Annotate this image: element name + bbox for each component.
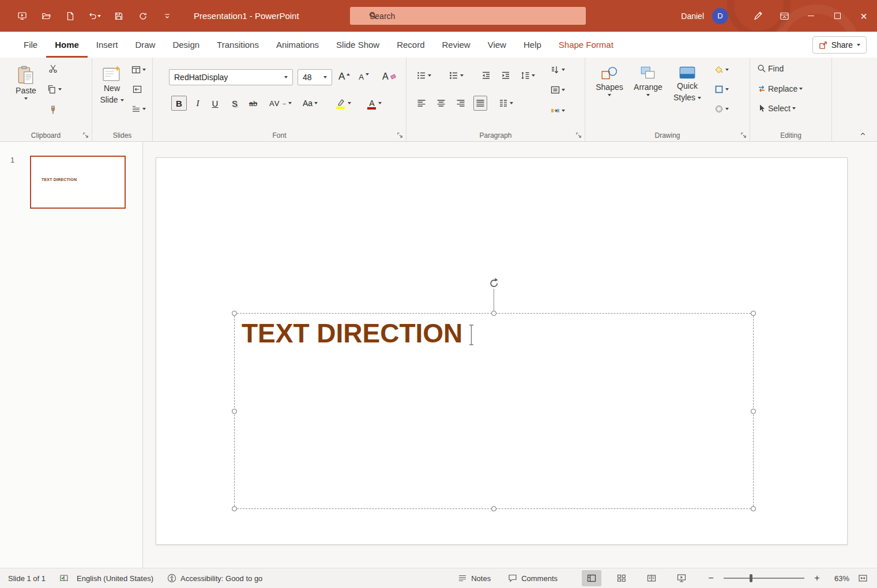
new-slide-button[interactable]: New Slide	[95, 61, 129, 126]
rotate-handle[interactable]	[488, 277, 500, 289]
clear-formatting-button[interactable]: A	[381, 69, 397, 84]
underline-button[interactable]: U	[208, 96, 222, 111]
notes-button[interactable]: Notes	[458, 574, 491, 583]
customize-quick-access-button[interactable]	[158, 5, 176, 28]
tab-review[interactable]: Review	[434, 32, 479, 58]
shape-outline-button[interactable]	[713, 82, 730, 97]
clipboard-dialog-launcher[interactable]	[81, 131, 89, 139]
comments-button[interactable]: Comments	[508, 574, 558, 583]
resize-handle-bottom-right[interactable]	[751, 506, 756, 511]
convert-to-smartart-button[interactable]	[549, 103, 566, 118]
replace-button[interactable]: Replace	[756, 81, 804, 96]
paragraph-dialog-launcher[interactable]	[574, 131, 582, 139]
resize-handle-bottom[interactable]	[491, 506, 496, 511]
accessibility-checker[interactable]: Accessibility: Good to go	[167, 574, 262, 583]
zoom-slider-thumb[interactable]	[750, 574, 752, 582]
font-size-combo[interactable]: 48	[298, 69, 332, 85]
redo-button[interactable]	[134, 5, 152, 28]
character-spacing-button[interactable]: AV↔	[268, 96, 293, 111]
increase-indent-button[interactable]	[499, 68, 513, 83]
tab-record[interactable]: Record	[388, 32, 433, 58]
highlight-color-button[interactable]	[335, 96, 352, 111]
tab-home[interactable]: Home	[46, 32, 88, 58]
slide-indicator[interactable]: Slide 1 of 1	[8, 574, 46, 583]
text-box-content[interactable]: TEXT DIRECTION	[242, 318, 462, 349]
resize-handle-top-left[interactable]	[232, 311, 237, 316]
share-button[interactable]: Share	[812, 36, 867, 54]
zoom-level[interactable]: 63%	[824, 574, 849, 583]
font-name-combo[interactable]: RedHatDisplay	[169, 69, 293, 85]
user-name[interactable]: Daniel	[681, 12, 704, 21]
search-input[interactable]	[370, 12, 543, 21]
justify-button[interactable]	[473, 96, 487, 111]
decrease-indent-button[interactable]	[479, 68, 493, 83]
resize-handle-top-right[interactable]	[751, 311, 756, 316]
find-button[interactable]: Find	[756, 61, 785, 76]
selected-text-box[interactable]: TEXT DIRECTION	[234, 313, 754, 509]
start-slideshow-button[interactable]	[13, 5, 31, 28]
tab-draw[interactable]: Draw	[126, 32, 164, 58]
tab-transitions[interactable]: Transitions	[208, 32, 268, 58]
open-file-button[interactable]	[37, 5, 55, 28]
spell-check-button[interactable]	[59, 574, 69, 583]
font-color-button[interactable]: A	[366, 96, 383, 111]
shape-effects-button[interactable]	[713, 101, 730, 116]
line-spacing-button[interactable]	[520, 68, 536, 83]
reading-view-button[interactable]	[642, 570, 661, 586]
search-box[interactable]	[350, 7, 586, 25]
quick-styles-button[interactable]: Quick Styles	[669, 61, 705, 126]
fit-slide-to-window-button[interactable]	[853, 570, 872, 586]
tab-slide-show[interactable]: Slide Show	[328, 32, 388, 58]
numbering-button[interactable]	[448, 68, 465, 83]
close-button[interactable]: ×	[850, 0, 877, 32]
resize-handle-right[interactable]	[751, 409, 756, 414]
inking-button[interactable]	[744, 0, 771, 32]
font-dialog-launcher[interactable]	[396, 131, 404, 139]
section-button[interactable]	[130, 101, 147, 116]
slideshow-view-button[interactable]	[672, 570, 691, 586]
copy-button[interactable]	[46, 82, 63, 97]
align-center-button[interactable]	[434, 96, 448, 111]
resize-handle-bottom-left[interactable]	[232, 506, 237, 511]
tab-help[interactable]: Help	[515, 32, 550, 58]
shrink-font-button[interactable]: A	[357, 69, 371, 84]
new-file-button[interactable]	[61, 5, 80, 28]
arrange-button[interactable]: Arrange	[631, 61, 665, 126]
resize-handle-top[interactable]	[491, 311, 496, 316]
tab-file[interactable]: File	[15, 32, 46, 58]
slide-1[interactable]: TEXT DIRECTION	[156, 157, 848, 545]
normal-view-button[interactable]	[582, 570, 601, 586]
tab-insert[interactable]: Insert	[88, 32, 127, 58]
columns-button[interactable]	[498, 96, 514, 111]
tab-view[interactable]: View	[479, 32, 515, 58]
avatar[interactable]: D	[712, 8, 728, 24]
align-right-button[interactable]	[454, 96, 468, 111]
collapse-ribbon-button[interactable]	[859, 130, 867, 138]
grow-font-button[interactable]: A	[337, 69, 351, 84]
tab-animations[interactable]: Animations	[268, 32, 328, 58]
reset-slide-button[interactable]	[130, 82, 144, 97]
format-painter-button[interactable]	[46, 103, 60, 118]
bold-button[interactable]: B	[171, 96, 187, 111]
zoom-in-button[interactable]: +	[810, 570, 824, 586]
editor-canvas[interactable]: TEXT DIRECTION	[143, 142, 877, 568]
align-left-button[interactable]	[415, 96, 428, 111]
ribbon-display-options-button[interactable]	[771, 0, 797, 32]
maximize-button[interactable]	[824, 0, 850, 32]
undo-button[interactable]	[85, 5, 104, 28]
slide-sorter-view-button[interactable]	[612, 570, 631, 586]
cut-button[interactable]	[46, 61, 60, 76]
text-shadow-button[interactable]: S	[228, 96, 242, 111]
resize-handle-left[interactable]	[232, 409, 237, 414]
bullets-button[interactable]	[416, 68, 432, 83]
slide-layout-button[interactable]	[130, 62, 147, 77]
zoom-slider[interactable]	[724, 578, 804, 579]
tab-shape-format[interactable]: Shape Format	[550, 32, 622, 58]
minimize-button[interactable]	[797, 0, 824, 32]
zoom-out-button[interactable]: −	[704, 570, 718, 586]
italic-button[interactable]: I	[191, 96, 205, 111]
strikethrough-button[interactable]: ab	[246, 96, 260, 111]
save-button[interactable]	[110, 5, 128, 28]
drawing-dialog-launcher[interactable]	[739, 131, 747, 139]
tab-design[interactable]: Design	[164, 32, 208, 58]
